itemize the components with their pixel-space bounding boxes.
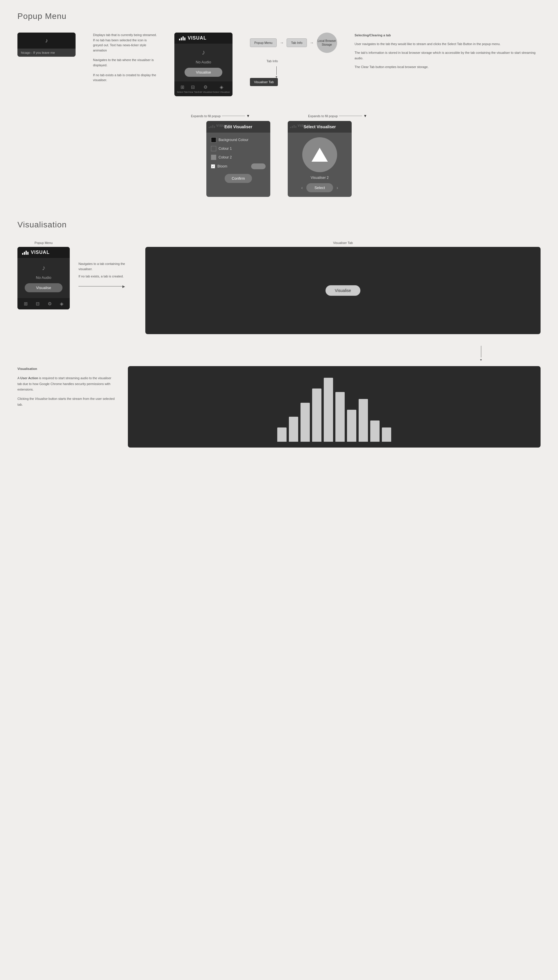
confirm-button[interactable]: Confirm: [225, 174, 252, 183]
vis-logo-text: VISUAL: [31, 250, 50, 255]
bg-colour-row[interactable]: Background Colour: [211, 137, 266, 143]
footer-edit-visualiser[interactable]: ⚙ Edit Visualiser: [198, 84, 213, 93]
chart-bar: [347, 410, 356, 442]
visualisation-title: Visualisation: [18, 220, 540, 229]
phone-main-mockup: VISUAL ♪ No Audio Visualise ⊞ Select Tab: [174, 33, 233, 96]
vis-top-row: Popup Menu VISUAL ♪ No Audio: [18, 241, 540, 334]
expands-right-arrow: ▼: [363, 114, 367, 118]
vis-no-audio: No Audio: [36, 275, 51, 280]
bloom-row[interactable]: ✓ Bloom: [211, 163, 266, 169]
footer-clear-tab[interactable]: ⊟ Clear Tab: [188, 84, 198, 93]
phone-main-footer: ⊞ Select Tab ⊟ Clear Tab ⚙ Edit Visualis…: [174, 81, 233, 96]
select-watermark-logo: VISUAL: [290, 123, 311, 128]
vis-popup-label: Popup Menu: [34, 241, 53, 245]
colour2-swatch: [211, 155, 216, 160]
bloom-checkbox[interactable]: ✓: [211, 164, 215, 168]
vis-v-arrow: [479, 346, 483, 360]
colour2-label: Colour 2: [218, 155, 231, 159]
expands-left-block: Expands to fill popup ▼: [191, 114, 250, 118]
select-button[interactable]: Select: [306, 183, 333, 192]
vis-desc-subtitle: Visualisation: [18, 367, 37, 370]
popup-menu-title: Popup Menu: [18, 12, 540, 21]
colour2-row[interactable]: Colour 2: [211, 155, 266, 160]
chart-bar: [382, 428, 391, 442]
vis-footer-tab-icon: ⊞: [24, 301, 28, 306]
phone-main-header: VISUAL: [174, 33, 233, 44]
visualise-tab-button[interactable]: Visualise: [325, 285, 360, 296]
flow-arrow-right2: →: [310, 40, 314, 45]
vis-bottom-row: Visualisation A User Action is required …: [18, 366, 540, 447]
visualiser-name: Visualiser 2: [311, 176, 329, 180]
colour1-label: Colour 1: [218, 146, 231, 151]
label-no-tab: If no tab exists a tab is created to dis…: [93, 73, 157, 83]
bloom-toggle[interactable]: [251, 163, 266, 169]
vis-phone-mockup: VISUAL ♪ No Audio Visualise ⊞ ⊟: [18, 247, 70, 309]
expands-left-text: Expands to fill popup: [191, 114, 221, 118]
vis-arrow-area: Navigates to a tab containing the visual…: [79, 241, 136, 288]
popup-menu-section: Popup Menu ♪ hicago - If you leave me Di…: [18, 12, 540, 197]
select-visualiser-body: Visualiser 2 ‹ Select ›: [288, 133, 352, 197]
label-navigates: Navigates to the tab where the visualise…: [93, 58, 157, 68]
vis-desc-p1: A User Action is required to start strea…: [18, 375, 116, 393]
chart-bar: [335, 392, 345, 442]
expands-row: Expands to fill popup ▼ Expands to fill …: [18, 114, 540, 118]
colour1-swatch: [211, 146, 216, 151]
select-tab-icon: ⊞: [177, 84, 187, 90]
visualisation-section: Visualisation Popup Menu VISUAL: [18, 220, 540, 447]
popup-description: Selecting/Clearing a tab User navigates …: [354, 33, 540, 73]
select-visualiser-label: Select Visualiser: [213, 91, 230, 93]
no-audio-text: No Audio: [196, 60, 211, 64]
watermark-logo: VISUAL: [208, 123, 230, 128]
phone-main-body: ♪ No Audio Visualise: [174, 44, 233, 81]
flow-tab-info-label: Tab Info: [266, 59, 278, 64]
visualise-button[interactable]: Visualise: [185, 68, 222, 77]
chart-bar: [370, 421, 379, 442]
music-note-icon: ♪: [45, 37, 48, 44]
prev-visualiser-button[interactable]: ‹: [301, 185, 303, 191]
bloom-label: Bloom: [217, 164, 227, 168]
edit-visualiser-icon: ⚙: [198, 84, 213, 90]
desc-p2: The tab's information is stored in local…: [354, 50, 540, 62]
popup-labels: Displays tab that is currently being str…: [93, 33, 157, 87]
edit-visualiser-label: Edit Visualiser: [198, 91, 213, 93]
footer-select-tab[interactable]: ⊞ Select Tab: [177, 84, 187, 93]
expands-right-block: Expands to fill popup ▼: [308, 114, 367, 118]
phone-small-header: ♪: [18, 33, 75, 49]
vis-phone-header: VISUAL: [18, 247, 70, 258]
select-tab-label: Select Tab: [177, 91, 187, 93]
select-watermark-text: VISUAL: [298, 124, 311, 127]
chart-bar: [312, 388, 322, 442]
vis-logo-bars: [22, 250, 28, 255]
flow-v-arrow: [275, 66, 278, 78]
chart-bar: [324, 378, 333, 442]
edit-visualiser-body: Background Colour Colour 1 Colour 2 ✓ Bl…: [206, 133, 270, 190]
bar-chart-panel: [128, 366, 540, 447]
vis-desc-p2: Clicking the Visualise button starts the…: [18, 396, 116, 408]
watermark-text: VISUAL: [216, 124, 230, 127]
vis-footer-icon1: ⊞: [24, 301, 28, 306]
song-ticker: hicago - If you leave me: [18, 49, 75, 57]
visualiser-display: [302, 137, 337, 172]
music-note-large-icon: ♪: [202, 48, 205, 56]
next-visualiser-button[interactable]: ›: [336, 185, 338, 191]
flow-diagram: Popup Menu → Tab Info → Local Browser St…: [250, 33, 337, 86]
vis-right-col: Visualiser Tab Visualise: [145, 241, 540, 334]
vis-arrow-text2: If no tab exists, a tab is created.: [79, 274, 123, 279]
footer-select-visualiser[interactable]: ◈ Select Visualiser: [213, 84, 230, 93]
selecting-clearing-subtitle: Selecting/Clearing a tab: [354, 33, 391, 37]
flow-visualiser-tab: Visualiser Tab: [250, 78, 278, 86]
clear-tab-icon: ⊟: [188, 84, 198, 90]
bg-colour-label: Background Colour: [218, 138, 248, 142]
desc-p3: The Clear Tab button empties local brows…: [354, 64, 540, 70]
edit-visualiser-panel: VISUAL Edit Visualiser Background Colour…: [206, 121, 270, 197]
visualiser-tab-panel: Visualise: [145, 247, 540, 334]
chart-bar: [359, 399, 368, 442]
colour1-row[interactable]: Colour 1: [211, 146, 266, 151]
vis-visualise-btn[interactable]: Visualise: [25, 283, 62, 292]
bg-colour-swatch: [211, 137, 216, 143]
visualiser-panels: VISUAL Edit Visualiser Background Colour…: [18, 121, 540, 197]
vis-description: Visualisation A User Action is required …: [18, 366, 116, 411]
clear-tab-label: Clear Tab: [188, 91, 198, 93]
flow-arrow-right: →: [280, 40, 284, 45]
app-logo-text: VISUAL: [188, 36, 207, 41]
